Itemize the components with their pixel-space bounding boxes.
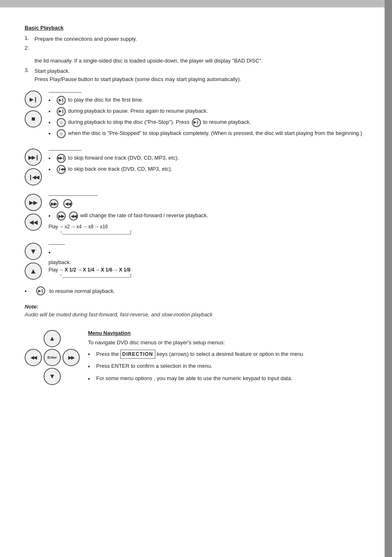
fr-icon-inline: ◀◀ (69, 211, 78, 220)
dpad-right-button[interactable]: ▶▶ (62, 349, 80, 366)
buttons-col-3: ▶▶ ◀◀ (25, 194, 42, 231)
play-icon-inline-2: ▶❙ (192, 118, 201, 127)
playback-group-3: ▶▶ ◀◀ ▶▶ ◀◀ • ▶▶ ◀◀ will change the rate… (25, 194, 367, 234)
buttons-col-4: ▼ ▲ (25, 243, 42, 280)
buttons-col-1: ▶❙ ■ (25, 91, 42, 128)
ff-rate-diagram: Play → x2 → x4 → x8 → x16 (48, 224, 367, 230)
menu-bullet-2: • Press ENTER to confirm a selection in … (88, 362, 367, 371)
resume-text: to resume normal playback. (49, 288, 115, 294)
ff-loop-hint: ↑___________________________| (48, 230, 367, 234)
down-arrow-icon: ▼ (49, 373, 55, 380)
dpad-empty-tr (62, 330, 80, 347)
ff-icons-row: ▶▶ ◀◀ (48, 199, 367, 208)
ff-icon-inline: ▶▶ (57, 211, 66, 220)
buttons-col-2: ▶▶❙ ❙◀◀ (25, 149, 42, 186)
desc-col-1: • ▶❙ to play the disc for the first time… (48, 91, 367, 140)
bullet-1-2: • ▶❙ during playback to pause. Press aga… (48, 107, 367, 116)
step-2-cont-text: the lid manually. If a single-sided disc… (35, 57, 367, 65)
enter-label: Enter (47, 355, 57, 360)
fr-icon: ◀◀ (63, 199, 72, 208)
step-2: 2. (25, 45, 367, 51)
step-3: 3. Start playback.Press Play/Pause butto… (25, 67, 367, 83)
playback-group-1: ▶❙ ■ • ▶❙ to play the disc for the first… (25, 91, 367, 140)
step-1-text: Prepare the connections and power supply… (35, 35, 367, 43)
dpad-empty-tl (25, 330, 42, 347)
playback-group-4: ▼ ▲ • playback. Play → X 1/2 → X 1/4 → (25, 243, 367, 280)
right-arrow-icon: ▶▶ (68, 355, 74, 360)
bullet-2-2: • ❙◀◀ to skip back one track (DVD, CD, M… (48, 165, 367, 174)
bullet-list-1: • ▶❙ to play the disc for the first time… (48, 96, 367, 138)
play-pause-button: ▶❙ (25, 91, 42, 108)
desc-col-4: • playback. Play → X 1/2 → X 1/4 → X 1/6… (48, 243, 367, 278)
bullet-list-2: • ▶▶❙ to skip forward one track (DVD, CD… (48, 154, 367, 174)
right-bar (385, 0, 392, 557)
fast-reverse-button: ◀◀ (25, 214, 42, 231)
playback-group-2: ▶▶❙ ❙◀◀ • ▶▶❙ to skip forward one track … (25, 149, 367, 186)
step-2-cont: the lid manually. If a single-sided disc… (25, 57, 367, 65)
menu-navigation-section: ▲ ◀◀ Enter ▶▶ ▼ (25, 330, 367, 387)
stop-icon-inline: ○ (57, 118, 66, 127)
slow-motion-diagram: Play → X 1/2 → X 1/4 → X 1/6 → X 1/8 (48, 267, 367, 273)
dpad-empty-br (62, 368, 80, 385)
desc-col-2: • ▶▶❙ to skip forward one track (DVD, CD… (48, 149, 367, 176)
resume-playback-row: • ▶❙ to resume normal playback. (25, 286, 367, 295)
resume-icon: ▶❙ (36, 286, 45, 295)
stop-button: ■ (25, 110, 42, 128)
direction-word: DIRECTION (120, 350, 155, 359)
divider-4 (48, 244, 65, 245)
divider-2 (48, 150, 81, 151)
dpad-empty-bl (25, 368, 42, 385)
left-arrow-icon: ◀◀ (30, 355, 36, 360)
slow-motion-text: playback. (48, 259, 367, 265)
slow-up-button: ▲ (25, 262, 42, 280)
steps-list: 1. Prepare the connections and power sup… (25, 35, 367, 83)
basic-playback-title: Basic Playback (25, 25, 367, 31)
menu-nav-inner: ▲ ◀◀ Enter ▶▶ ▼ (25, 330, 367, 387)
step-1: 1. Prepare the connections and power sup… (25, 35, 367, 43)
menu-bullet-1: • Press the DIRECTION keys (arrows) to s… (88, 350, 367, 359)
slow-loop-hint: ↑___________________________| (48, 273, 367, 278)
dpad-enter-button[interactable]: Enter (44, 349, 61, 366)
note-section: Note: Audio will be muted during fast-fo… (25, 304, 367, 318)
menu-bullet-list: • Press the DIRECTION keys (arrows) to s… (88, 350, 367, 383)
dpad-down-button[interactable]: ▼ (44, 368, 61, 385)
menu-nav-content: Menu Navigation To navigate DVD disc men… (88, 330, 367, 387)
bullet-1-1: • ▶❙ to play the disc for the first time… (48, 96, 367, 105)
menu-bullet-3: • For some menu options , you may be abl… (88, 374, 367, 383)
slow-down-button: ▼ (25, 243, 42, 260)
bullet-3-1: • ▶▶ ◀◀ will change the rate of fast-for… (48, 211, 367, 220)
play-icon-inline: ▶❙ (57, 96, 66, 105)
step-3-num: 3. (25, 67, 35, 73)
bullet-list-4: • (48, 248, 367, 257)
direction-pad: ▲ ◀◀ Enter ▶▶ ▼ (25, 330, 80, 385)
divider-3 (48, 195, 98, 196)
pause-icon-inline: ▶❙ (57, 107, 66, 116)
up-arrow-icon: ▲ (49, 335, 55, 342)
note-text: Audio will be muted during fast-forward,… (25, 311, 367, 318)
menu-nav-intro: To navigate DVD disc menus or the player… (88, 339, 367, 346)
stop-icon-inline-2: ○ (57, 129, 66, 138)
bullet-list-3: • ▶▶ ◀◀ will change the rate of fast-for… (48, 211, 367, 220)
skip-back-icon-inline: ❙◀◀ (57, 165, 66, 174)
skip-forward-button: ▶▶❙ (25, 149, 42, 166)
bullet-1-4: • ○ when the disc is "Pre-Stopped" to st… (48, 129, 367, 138)
ff-icon: ▶▶ (49, 199, 58, 208)
bullet-4-1: • (48, 248, 367, 257)
fast-forward-button: ▶▶ (25, 194, 42, 211)
bullet-2-1: • ▶▶❙ to skip forward one track (DVD, CD… (48, 154, 367, 163)
desc-col-3: ▶▶ ◀◀ • ▶▶ ◀◀ will change the rate of fa… (48, 194, 367, 234)
skip-fwd-icon-inline: ▶▶❙ (57, 154, 66, 163)
menu-nav-title: Menu Navigation (88, 330, 367, 336)
top-bar (0, 0, 392, 7)
divider-1 (48, 92, 81, 93)
step-2-num: 2. (25, 45, 35, 51)
bullet-1-3: • ○ during playback to stop the disc ("P… (48, 118, 367, 127)
dpad-up-button[interactable]: ▲ (44, 330, 61, 347)
note-title: Note: (25, 304, 367, 310)
step-1-num: 1. (25, 35, 35, 41)
dpad-left-button[interactable]: ◀◀ (25, 349, 42, 366)
skip-back-button: ❙◀◀ (25, 168, 42, 186)
step-3-text: Start playback.Press Play/Pause button t… (35, 67, 367, 83)
